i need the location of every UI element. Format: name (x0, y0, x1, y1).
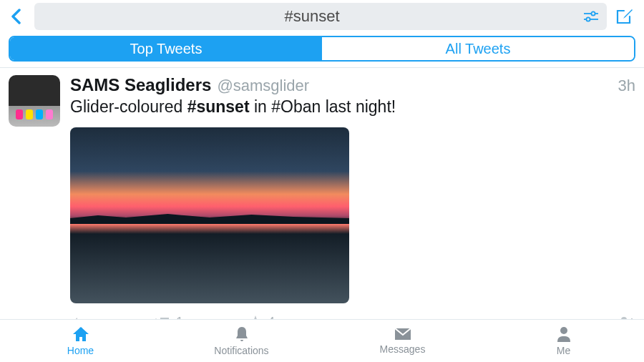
top-bar: #sunset (0, 0, 644, 36)
compose-button[interactable] (614, 6, 635, 27)
search-options-icon[interactable] (582, 8, 600, 25)
tweet-photo[interactable] (70, 127, 349, 303)
nav-home-label: Home (67, 345, 94, 356)
text-prefix: Glider-coloured (70, 97, 187, 116)
bottom-nav: Home Notifications Messages Me (0, 319, 644, 362)
back-button[interactable] (6, 6, 27, 27)
nav-home[interactable]: Home (0, 320, 161, 362)
search-query-text: #sunset (42, 7, 582, 26)
svg-point-3 (586, 17, 590, 21)
timestamp: 3h (618, 77, 635, 95)
nav-me-label: Me (557, 345, 570, 356)
tab-top-tweets[interactable]: Top Tweets (10, 37, 322, 60)
avatar[interactable] (9, 75, 60, 127)
bell-icon (233, 326, 250, 343)
handle[interactable]: @samsglider (217, 77, 309, 95)
tab-all-tweets[interactable]: All Tweets (322, 37, 634, 60)
tab-all-label: All Tweets (446, 41, 511, 57)
display-name[interactable]: SAMS Seagliders (70, 75, 211, 95)
hashtag-sunset[interactable]: #sunset (187, 97, 250, 116)
search-tabs: Top Tweets All Tweets (9, 36, 635, 62)
tweet-header: SAMS Seagliders @samsglider 3h (70, 75, 635, 95)
compose-icon (615, 8, 634, 25)
feed: SAMS Seagliders @samsglider 3h Glider-co… (0, 68, 644, 340)
envelope-icon (394, 327, 412, 341)
nav-me[interactable]: Me (483, 320, 644, 362)
svg-point-6 (560, 327, 567, 334)
tweet-text: Glider-coloured #sunset in #Oban last ni… (70, 97, 635, 117)
nav-messages[interactable]: Messages (322, 320, 483, 362)
nav-notifications-label: Notifications (214, 345, 268, 356)
chevron-left-icon (10, 9, 23, 24)
tweet[interactable]: SAMS Seagliders @samsglider 3h Glider-co… (9, 75, 635, 340)
svg-point-1 (591, 11, 595, 15)
svg-point-5 (79, 328, 82, 331)
text-suffix: last night! (321, 97, 396, 116)
text-mid: in (250, 97, 272, 116)
home-icon (72, 326, 90, 343)
person-icon (556, 326, 572, 343)
tweet-body: SAMS Seagliders @samsglider 3h Glider-co… (70, 75, 635, 340)
hashtag-oban[interactable]: #Oban (271, 97, 321, 116)
nav-notifications[interactable]: Notifications (161, 320, 322, 362)
nav-messages-label: Messages (380, 343, 426, 355)
tab-top-label: Top Tweets (130, 41, 203, 57)
search-field[interactable]: #sunset (34, 3, 607, 30)
